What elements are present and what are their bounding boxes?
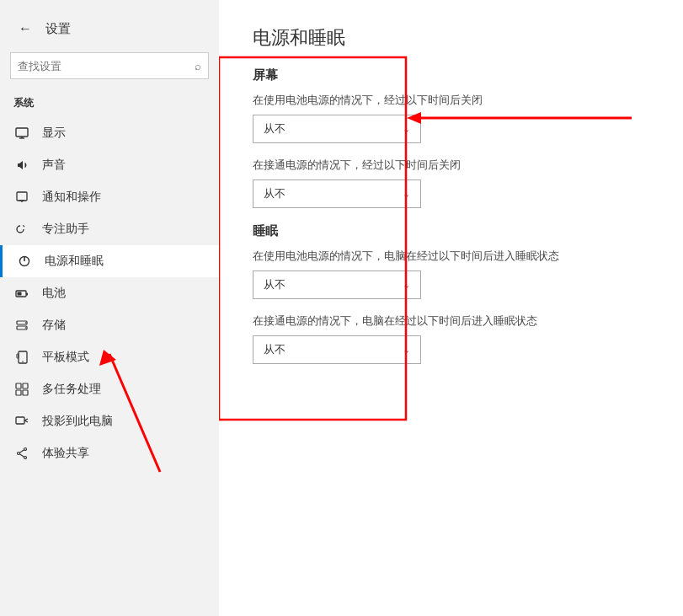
sleep-power-desc: 在接通电源的情况下，电脑在经过以下时间后进入睡眠状态 [253, 314, 649, 329]
sidebar-item-label-notify: 通知和操作 [42, 190, 101, 205]
sidebar-item-label-storage: 存储 [42, 318, 66, 333]
sidebar-item-label-multitask: 多任务处理 [42, 382, 101, 397]
sidebar-item-label-share: 体验共享 [42, 446, 89, 461]
sidebar-item-sound[interactable]: 声音 [0, 149, 219, 181]
nav-items-list: 显示声音通知和操作专注助手电源和睡眠电池存储平板模式多任务处理投影到此电脑体验共… [0, 117, 219, 469]
svg-rect-22 [16, 417, 24, 424]
sleep-power-value: 从不 [264, 342, 285, 357]
svg-point-13 [25, 322, 27, 324]
sidebar-item-label-sound: 声音 [42, 158, 66, 173]
sleep-battery-dropdown[interactable]: 从不 ⌄ [253, 271, 421, 299]
power-icon [16, 253, 33, 270]
sidebar-item-notify[interactable]: 通知和操作 [0, 181, 219, 213]
svg-rect-19 [23, 383, 28, 388]
screen-power-dropdown[interactable]: 从不 ⌄ [253, 179, 421, 208]
sound-icon [13, 157, 30, 174]
app-container: ← 设置 ⌕ 系统 显示声音通知和操作专注助手电源和睡眠电池存储平板模式多任务处… [0, 0, 683, 616]
svg-point-27 [24, 457, 27, 459]
sidebar-item-assist[interactable]: 专注助手 [0, 213, 219, 245]
tablet-icon [13, 349, 30, 366]
svg-point-26 [18, 453, 20, 455]
search-icon: ⌕ [195, 60, 201, 72]
sidebar: ← 设置 ⌕ 系统 显示声音通知和操作专注助手电源和睡眠电池存储平板模式多任务处… [0, 0, 219, 616]
svg-point-14 [25, 327, 27, 329]
screen-battery-dropdown[interactable]: 从不 ⌄ [253, 115, 421, 143]
svg-rect-10 [18, 292, 22, 296]
sidebar-item-label-project: 投影到此电脑 [42, 414, 113, 429]
sidebar-item-label-power: 电源和睡眠 [45, 254, 104, 269]
sidebar-item-label-assist: 专注助手 [42, 222, 89, 237]
svg-rect-20 [16, 390, 21, 395]
screen-battery-value: 从不 [264, 121, 285, 137]
svg-line-28 [19, 450, 24, 453]
sleep-section-title: 睡眠 [253, 223, 649, 239]
sleep-battery-value: 从不 [264, 277, 285, 292]
sidebar-item-storage[interactable]: 存储 [0, 309, 219, 341]
svg-line-29 [19, 454, 24, 457]
sleep-power-dropdown[interactable]: 从不 ⌄ [253, 335, 421, 364]
screen-power-value: 从不 [264, 186, 285, 201]
chevron-down-icon-3: ⌄ [403, 280, 410, 291]
sidebar-title: 设置 [45, 21, 71, 37]
multitask-icon [13, 381, 30, 398]
sidebar-item-battery[interactable]: 电池 [0, 277, 219, 309]
notify-icon [13, 189, 30, 206]
sidebar-item-share[interactable]: 体验共享 [0, 437, 219, 469]
chevron-down-icon-4: ⌄ [403, 345, 410, 356]
main-content: 电源和睡眠 屏幕 在使用电池电源的情况下，经过以下时间后关闭 从不 ⌄ 在接通电… [219, 0, 683, 616]
back-button[interactable]: ← [13, 17, 37, 40]
display-icon [13, 125, 30, 142]
svg-rect-21 [23, 390, 28, 395]
svg-rect-9 [26, 293, 28, 296]
sidebar-item-power[interactable]: 电源和睡眠 [0, 245, 219, 277]
sleep-battery-desc: 在使用电池电源的情况下，电脑在经过以下时间后进入睡眠状态 [253, 249, 649, 264]
share-icon [13, 445, 30, 462]
svg-rect-3 [17, 192, 27, 201]
svg-rect-17 [17, 354, 19, 358]
sidebar-item-tablet[interactable]: 平板模式 [0, 341, 219, 373]
search-input[interactable] [18, 60, 195, 72]
sidebar-item-project[interactable]: 投影到此电脑 [0, 405, 219, 437]
sidebar-item-multitask[interactable]: 多任务处理 [0, 373, 219, 405]
sleep-section: 睡眠 在使用电池电源的情况下，电脑在经过以下时间后进入睡眠状态 从不 ⌄ 在接通… [253, 223, 649, 364]
system-section-label: 系统 [0, 91, 219, 117]
svg-point-25 [24, 448, 27, 451]
svg-point-16 [22, 361, 24, 362]
sidebar-item-label-battery: 电池 [42, 286, 66, 301]
chevron-down-icon: ⌄ [403, 124, 410, 135]
screen-power-desc: 在接通电源的情况下，经过以下时间后关闭 [253, 158, 649, 173]
chevron-down-icon-2: ⌄ [403, 189, 410, 200]
screen-section-title: 屏幕 [253, 67, 649, 83]
assist-icon [13, 221, 30, 238]
battery-icon [13, 285, 30, 302]
project-icon [13, 413, 30, 430]
storage-icon [13, 317, 30, 334]
screen-battery-desc: 在使用电池电源的情况下，经过以下时间后关闭 [253, 94, 649, 108]
search-box[interactable]: ⌕ [10, 52, 209, 79]
sidebar-item-label-display: 显示 [42, 126, 66, 141]
svg-rect-18 [16, 383, 21, 388]
sidebar-item-display[interactable]: 显示 [0, 117, 219, 149]
sidebar-header: ← 设置 [0, 8, 219, 52]
page-title: 电源和睡眠 [253, 25, 649, 51]
sidebar-item-label-tablet: 平板模式 [42, 350, 89, 365]
svg-rect-0 [16, 128, 28, 137]
